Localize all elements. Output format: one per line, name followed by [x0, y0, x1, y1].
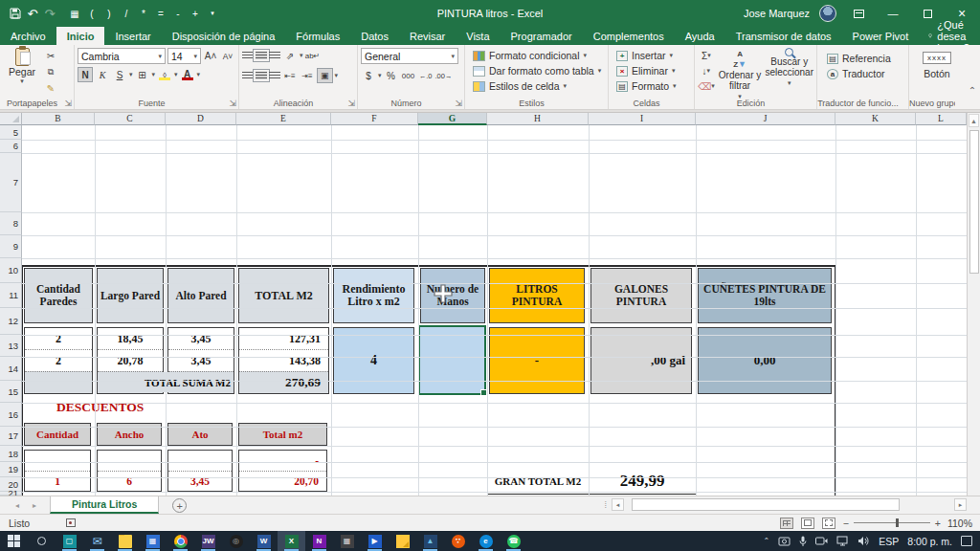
- taskbar-photos-icon[interactable]: ▲: [416, 531, 444, 551]
- italic-button[interactable]: K: [95, 67, 110, 82]
- column-header-L[interactable]: L: [916, 113, 967, 125]
- row-header-15[interactable]: 15: [0, 381, 22, 403]
- taskbar-mail-icon[interactable]: ✉: [83, 531, 111, 551]
- qat-macro-button[interactable]: =: [153, 5, 168, 22]
- column-header-J[interactable]: J: [696, 113, 835, 125]
- row-header-8[interactable]: 8: [0, 212, 22, 235]
- increase-indent-icon[interactable]: ⇥≡: [300, 68, 315, 83]
- align-center-icon[interactable]: [256, 72, 267, 79]
- normal-view-icon[interactable]: [780, 518, 793, 529]
- taskbar-media-player-icon[interactable]: ▶: [361, 531, 389, 551]
- vertical-scroll-thumb[interactable]: [969, 130, 979, 274]
- cell-E14[interactable]: 20,70: [239, 471, 326, 491]
- taskbar-chrome-icon[interactable]: [167, 531, 194, 551]
- row-header-7[interactable]: 7: [0, 153, 22, 212]
- tell-me-search[interactable]: ¿Qué desea hacer?: [919, 27, 980, 45]
- reference-button[interactable]: ▤Referencia: [827, 51, 905, 66]
- tab-transmisor-de-datos[interactable]: Transmisor de datos: [725, 27, 842, 45]
- borders-icon[interactable]: ⊞: [135, 67, 150, 82]
- undo-icon[interactable]: ↶: [25, 5, 40, 22]
- row-header-19[interactable]: 19: [0, 462, 22, 477]
- taskbar-store-icon[interactable]: ▦: [139, 531, 167, 551]
- column-header-F[interactable]: F: [331, 113, 418, 125]
- header-cell[interactable]: Rendimiento Litro x m2: [333, 268, 414, 323]
- cell-F8-rendimiento[interactable]: 4: [333, 327, 414, 394]
- camera-icon[interactable]: [815, 537, 828, 545]
- percent-format-icon[interactable]: %: [384, 68, 399, 83]
- cell-B9[interactable]: 2: [25, 349, 92, 371]
- user-name[interactable]: Jose Marquez: [744, 8, 810, 19]
- cell-styles-button[interactable]: Estilos de celda▾: [473, 78, 605, 94]
- tab-inicio[interactable]: Inicio: [56, 27, 105, 45]
- header-cell[interactable]: GALONES PINTURA: [590, 268, 692, 323]
- qat-macro-button[interactable]: /: [119, 5, 134, 22]
- header-cell[interactable]: TOTAL M2: [238, 268, 329, 323]
- decrease-indent-icon[interactable]: ⇤≡: [282, 68, 298, 83]
- tab-archivo[interactable]: Archivo: [0, 27, 56, 45]
- form-macro-icon[interactable]: ▦: [67, 5, 82, 22]
- taskbar-onenote-icon[interactable]: N: [305, 531, 333, 551]
- tab-power-pivot[interactable]: Power Pivot: [842, 27, 920, 45]
- horizontal-scroll-thumb[interactable]: [632, 498, 900, 511]
- insert-cells-button[interactable]: +Insertar▾: [616, 48, 691, 63]
- number-format-combo[interactable]: General▾: [361, 48, 458, 64]
- zoom-in-icon[interactable]: +: [935, 518, 941, 529]
- taskbar-search-icon[interactable]: [28, 531, 56, 551]
- find-select-button[interactable]: Buscar y seleccionar▾: [765, 48, 813, 88]
- cell-B13[interactable]: [25, 451, 90, 471]
- macro-record-icon[interactable]: [66, 518, 76, 527]
- increase-decimal-icon[interactable]: ←.0: [418, 68, 434, 83]
- horizontal-scrollbar[interactable]: ⁞ ◂ ▸: [604, 497, 967, 512]
- taskbar-movies-tv-icon[interactable]: ▢: [56, 531, 83, 551]
- cell-E10-total[interactable]: 270,69: [239, 371, 328, 393]
- qat-macro-button[interactable]: *: [136, 5, 151, 22]
- taskbar-jw-library-icon[interactable]: JW: [194, 531, 222, 551]
- ribbon-display-options-icon[interactable]: [846, 3, 871, 24]
- align-left-icon[interactable]: [242, 72, 254, 79]
- cell-C13[interactable]: [98, 451, 161, 471]
- taskbar-start-icon[interactable]: [0, 531, 28, 551]
- zoom-slider[interactable]: [854, 522, 930, 523]
- orientation-icon[interactable]: ⇗: [282, 48, 298, 63]
- tab-insertar[interactable]: Insertar: [104, 27, 161, 45]
- taskbar-excel-icon[interactable]: X: [278, 531, 305, 551]
- language-indicator[interactable]: ESP: [879, 536, 899, 547]
- cell-C9[interactable]: 20,78: [98, 349, 163, 371]
- cell-B8[interactable]: 2: [25, 328, 92, 349]
- taskbar-app-orange-icon[interactable]: ∵: [444, 531, 472, 551]
- taskbar-sticky-notes-icon[interactable]: [389, 531, 416, 551]
- column-header-G[interactable]: G: [418, 113, 487, 125]
- header-cell[interactable]: Largo Pared: [97, 268, 164, 323]
- tab-datos[interactable]: Datos: [350, 27, 399, 45]
- font-color-icon[interactable]: A: [180, 67, 195, 82]
- header-cell[interactable]: Cantidad Paredes: [24, 268, 93, 323]
- avatar[interactable]: [819, 5, 836, 22]
- gran-total-label[interactable]: GRAN TOTAL M2: [487, 468, 589, 494]
- select-all-corner[interactable]: [0, 113, 22, 125]
- underline-button[interactable]: S: [112, 67, 127, 82]
- chevron-up-icon[interactable]: ⌃: [764, 537, 770, 545]
- translator-button[interactable]: aTraductor: [827, 66, 905, 81]
- currency-format-icon[interactable]: $: [361, 68, 376, 83]
- tab-programador[interactable]: Programador: [501, 27, 583, 45]
- cut-icon[interactable]: ✂: [43, 48, 58, 63]
- row-header-13[interactable]: 13: [0, 335, 22, 357]
- merge-center-icon[interactable]: ▣: [317, 68, 333, 83]
- row-header-12[interactable]: 12: [0, 308, 22, 335]
- grow-font-icon[interactable]: A˄: [203, 49, 218, 64]
- font-dialog-launcher-icon[interactable]: ⇲: [229, 99, 236, 108]
- conditional-formatting-button[interactable]: Formato condicional▾: [473, 48, 605, 63]
- font-name-combo[interactable]: Cambria▾: [78, 48, 166, 64]
- bold-button[interactable]: N: [78, 67, 93, 82]
- zoom-level[interactable]: 110%: [946, 518, 972, 529]
- shrink-font-icon[interactable]: A˅: [220, 49, 235, 64]
- save-icon[interactable]: [8, 5, 23, 22]
- autosum-icon[interactable]: Σ▾: [698, 48, 715, 63]
- cell-D13[interactable]: [168, 451, 232, 471]
- align-middle-icon[interactable]: [256, 52, 267, 59]
- decrease-decimal-icon[interactable]: .00→: [435, 68, 453, 83]
- row-header-18[interactable]: 18: [0, 446, 22, 462]
- taskbar-edge-icon[interactable]: e: [472, 531, 500, 551]
- column-header-C[interactable]: C: [95, 113, 166, 125]
- network-display-icon[interactable]: [836, 536, 849, 546]
